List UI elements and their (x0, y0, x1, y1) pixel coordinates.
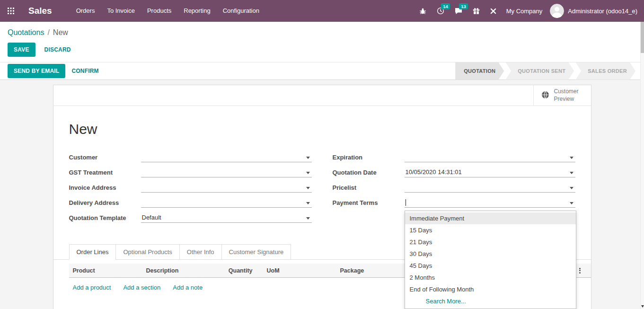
quotation-template-label: Quotation Template (69, 214, 141, 223)
dropdown-search-more[interactable]: Search More... (405, 295, 576, 307)
menu-to-invoice[interactable]: To Invoice (101, 0, 141, 22)
column-quantity: Quantity (220, 267, 253, 274)
chevron-down-icon (570, 202, 573, 204)
tab-other-info[interactable]: Other Info (179, 244, 222, 260)
dropdown-option-end-of-following-month[interactable]: End of Following Month (405, 283, 576, 295)
chevron-down-icon (306, 172, 310, 174)
chevron-down-icon (570, 187, 573, 189)
chevron-down-icon (570, 157, 573, 159)
gst-treatment-field[interactable] (141, 168, 312, 177)
gst-treatment-label: GST Treatment (69, 169, 141, 177)
invoice-address-field[interactable] (141, 183, 312, 193)
customer-label: Customer (69, 154, 141, 162)
tab-customer-signature[interactable]: Customer Signature (221, 244, 291, 260)
menu-configuration[interactable]: Configuration (217, 0, 265, 22)
column-product: Product (73, 267, 146, 274)
activities-clock-icon[interactable]: 14 (432, 0, 450, 22)
chevron-down-icon (306, 202, 310, 204)
delivery-address-label: Delivery Address (69, 199, 141, 208)
field-column-right: Expiration Quotation Date 10/05/2020 14:… (333, 151, 575, 227)
quotation-form-sheet: Customer Preview New Customer GST Treatm… (53, 85, 591, 309)
breadcrumb-current: New (53, 28, 68, 36)
invoice-address-label: Invoice Address (69, 184, 141, 193)
messages-chat-icon[interactable]: 13 (450, 0, 468, 22)
payment-terms-dropdown: Immediate Payment 15 Days 21 Days 30 Day… (405, 211, 576, 309)
quotation-date-field[interactable]: 10/05/2020 14:31:01 (405, 168, 575, 177)
quotation-template-field[interactable]: Default (141, 213, 312, 223)
record-title: New (69, 121, 591, 137)
pricelist-field[interactable] (405, 183, 575, 193)
chevron-down-icon (306, 157, 310, 159)
company-switcher[interactable]: My Company (506, 8, 543, 15)
chevron-down-icon (306, 187, 310, 189)
main-menu: Orders To Invoice Products Reporting Con… (70, 0, 265, 22)
debug-bug-icon[interactable] (414, 0, 432, 22)
breadcrumb: Quotations/New (0, 22, 644, 37)
payment-terms-label: Payment Terms (333, 199, 405, 208)
chevron-down-icon (306, 217, 310, 220)
text-cursor (406, 199, 406, 206)
avatar (550, 4, 564, 18)
expiration-label: Expiration (333, 154, 405, 162)
cross-icon[interactable] (485, 0, 502, 22)
tab-order-lines[interactable]: Order Lines (69, 244, 116, 260)
menu-reporting[interactable]: Reporting (177, 0, 216, 22)
breadcrumb-quotations[interactable]: Quotations (8, 28, 44, 36)
add-a-product-link[interactable]: Add a product (73, 284, 111, 291)
column-uom: UoM (253, 267, 340, 274)
chevron-down-icon (570, 172, 573, 174)
stage-pipeline: QUOTATION QUOTATION SENT SALES ORDER (455, 62, 635, 80)
user-name: Administrator (odoo14_e) (568, 8, 637, 15)
send-by-email-button[interactable]: SEND BY EMAIL (8, 64, 65, 78)
pricelist-label: Pricelist (333, 184, 405, 193)
customer-preview-button[interactable]: Customer Preview (533, 85, 591, 106)
dropdown-option-2-months[interactable]: 2 Months (405, 272, 576, 283)
add-a-note-link[interactable]: Add a note (173, 284, 203, 291)
field-column-left: Customer GST Treatment Invoice Address D… (69, 151, 312, 227)
form-actions: SAVE DISCARD (0, 37, 644, 62)
delivery-address-field[interactable] (141, 198, 312, 208)
menu-orders[interactable]: Orders (70, 0, 101, 22)
dropdown-option-15-days[interactable]: 15 Days (405, 224, 576, 236)
breadcrumb-separator: / (47, 28, 49, 36)
apps-grid-icon[interactable] (0, 0, 22, 22)
messages-count-badge: 13 (459, 3, 468, 9)
content-area: Customer Preview New Customer GST Treatm… (0, 80, 644, 309)
field-groups: Customer GST Treatment Invoice Address D… (53, 151, 591, 227)
statusbar: SEND BY EMAIL CONFIRM QUOTATION QUOTATIO… (0, 62, 644, 80)
confirm-button[interactable]: CONFIRM (65, 64, 105, 78)
globe-icon (541, 91, 549, 100)
vertical-scrollbar[interactable] (640, 22, 644, 309)
topbar: Sales Orders To Invoice Products Reporti… (0, 0, 644, 22)
activities-count-badge: 14 (441, 3, 450, 9)
customer-field[interactable] (141, 152, 312, 162)
gift-icon[interactable] (468, 0, 485, 22)
stage-quotation[interactable]: QUOTATION (455, 62, 504, 80)
discard-button[interactable]: DISCARD (38, 43, 77, 57)
dropdown-option-30-days[interactable]: 30 Days (405, 248, 576, 260)
stage-sales-order[interactable]: SALES ORDER (575, 62, 635, 80)
expiration-field[interactable] (405, 152, 575, 162)
column-description: Description (146, 267, 220, 274)
dropdown-option-immediate-payment[interactable]: Immediate Payment (405, 212, 576, 224)
customer-preview-label: Customer Preview (554, 88, 583, 103)
quotation-date-label: Quotation Date (333, 169, 405, 177)
payment-terms-field[interactable]: Immediate Payment 15 Days 21 Days 30 Day… (405, 198, 575, 208)
scroll-down-arrow-icon[interactable] (641, 305, 644, 308)
dropdown-option-21-days[interactable]: 21 Days (405, 236, 576, 248)
dropdown-option-45-days[interactable]: 45 Days (405, 260, 576, 272)
app-brand[interactable]: Sales (28, 6, 52, 16)
scrollbar-thumb[interactable] (641, 22, 644, 53)
stage-quotation-sent[interactable]: QUOTATION SENT (505, 62, 574, 80)
add-a-section-link[interactable]: Add a section (123, 284, 160, 291)
menu-products[interactable]: Products (141, 0, 177, 22)
tab-optional-products[interactable]: Optional Products (115, 244, 179, 260)
save-button[interactable]: SAVE (8, 43, 35, 57)
sheet-button-box: Customer Preview (53, 85, 591, 106)
user-menu[interactable]: Administrator (odoo14_e) (550, 4, 637, 18)
